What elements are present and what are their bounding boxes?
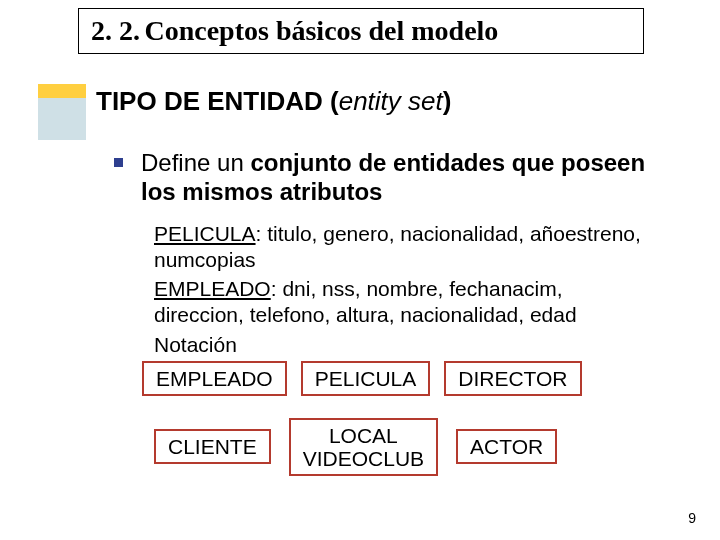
- slide-subtitle: TIPO DE ENTIDAD (entity set): [96, 86, 451, 117]
- definition-lead: Define un: [141, 149, 250, 176]
- example-entry: EMPLEADO: dni, nss, nombre, fechanacim, …: [154, 276, 654, 329]
- entity-box: LOCAL VIDEOCLUB: [289, 418, 438, 476]
- example-colon: :: [256, 222, 268, 245]
- section-title-box: 2. 2. Conceptos básicos del modelo: [78, 8, 644, 54]
- example-colon: :: [271, 277, 283, 300]
- bullet-icon: [114, 158, 123, 167]
- subtitle-paren-open: (: [330, 86, 339, 116]
- example-entry: PELICULA: titulo, genero, nacionalidad, …: [154, 221, 654, 274]
- accent-bar: [38, 84, 86, 140]
- section-title: Conceptos básicos del modelo: [144, 15, 498, 46]
- subtitle-paren-close: ): [443, 86, 452, 116]
- accent-bar-top: [38, 84, 86, 98]
- notation-label: Notación: [154, 333, 674, 357]
- definition-text: Define un conjunto de entidades que pose…: [141, 148, 674, 207]
- example-name: EMPLEADO: [154, 277, 271, 300]
- example-name: PELICULA: [154, 222, 256, 245]
- accent-bar-bottom: [38, 98, 86, 140]
- subtitle-italic: entity set: [339, 86, 443, 116]
- bullet-row: Define un conjunto de entidades que pose…: [114, 148, 674, 207]
- entity-box: ACTOR: [456, 429, 557, 464]
- section-number: 2. 2.: [91, 15, 140, 46]
- page-number: 9: [688, 510, 696, 526]
- content-area: Define un conjunto de entidades que pose…: [114, 148, 674, 476]
- subtitle-plain: TIPO DE ENTIDAD: [96, 86, 330, 116]
- entity-boxes-row-2: CLIENTE LOCAL VIDEOCLUB ACTOR: [154, 418, 674, 476]
- entity-boxes-row-1: EMPLEADO PELICULA DIRECTOR: [142, 361, 674, 396]
- entity-box: PELICULA: [301, 361, 431, 396]
- entity-box: CLIENTE: [154, 429, 271, 464]
- entity-box: DIRECTOR: [444, 361, 581, 396]
- entity-box: EMPLEADO: [142, 361, 287, 396]
- examples-block: PELICULA: titulo, genero, nacionalidad, …: [154, 221, 654, 329]
